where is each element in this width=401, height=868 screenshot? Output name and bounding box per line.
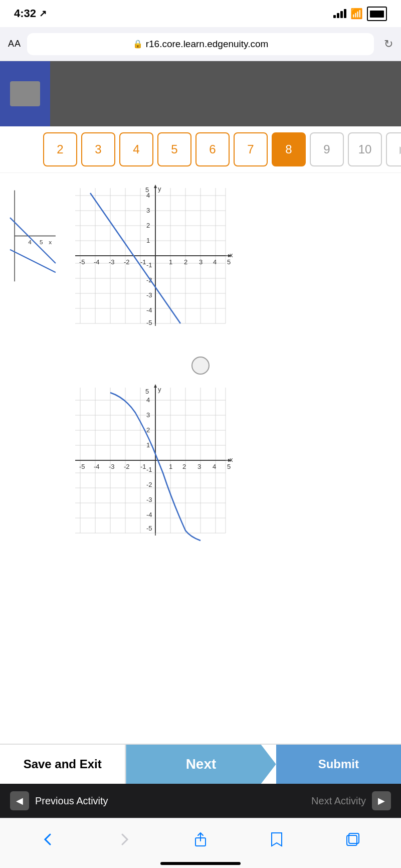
page-btn-9[interactable]: 9	[310, 132, 344, 166]
svg-text:x: x	[230, 456, 233, 463]
battery-icon	[367, 7, 387, 21]
content-area: 4 5 x	[0, 173, 401, 543]
svg-line-54	[90, 193, 180, 323]
svg-line-3	[10, 250, 56, 272]
svg-text:-5: -5	[79, 258, 85, 266]
save-exit-button[interactable]: Save and Exit	[0, 745, 126, 784]
activity-nav: ◀ Previous Activity Next Activity ▶	[0, 784, 401, 818]
browser-tabs-button[interactable]	[338, 824, 368, 854]
svg-text:4: 4	[213, 258, 217, 266]
page-btn-5[interactable]: 5	[157, 132, 191, 166]
main-graph-2: -5 -4 -3 -2 -1 1 2 3 4 5 x 1 2 3 4 5 -1 …	[70, 383, 391, 543]
reload-icon[interactable]: ↻	[384, 38, 393, 51]
svg-marker-79	[154, 384, 157, 388]
svg-text:2: 2	[146, 426, 150, 434]
browser-bookmarks-button[interactable]	[262, 824, 292, 854]
svg-text:-3: -3	[109, 258, 115, 266]
wifi-icon: 📶	[350, 8, 363, 20]
svg-text:3: 3	[199, 258, 203, 266]
svg-text:3: 3	[146, 207, 150, 214]
home-indicator	[160, 862, 241, 865]
svg-text:1: 1	[146, 237, 150, 244]
next-activity-label: Next Activity	[311, 795, 366, 807]
svg-text:-1: -1	[140, 258, 146, 266]
svg-text:-4: -4	[94, 463, 100, 470]
browser-bar: AA 🔒 r16.core.learn.edgenuity.com ↻	[0, 27, 401, 61]
browser-bottom-nav	[0, 818, 401, 868]
pagination-row: 1 2 3 4 5 6 7 8 9 10 ▶	[0, 126, 401, 173]
small-graph-left: 4 5 x	[10, 183, 60, 293]
svg-text:-1: -1	[140, 463, 146, 470]
page-btn-6[interactable]: 6	[195, 132, 230, 166]
previous-activity-nav[interactable]: ◀ Previous Activity	[10, 791, 108, 810]
svg-text:-1: -1	[146, 466, 152, 473]
svg-text:-4: -4	[94, 258, 100, 266]
svg-text:y: y	[158, 386, 161, 393]
radio-circle-1[interactable]	[191, 357, 210, 375]
header-content	[50, 61, 401, 126]
prev-icon: ◀	[16, 795, 23, 806]
main-graph-1: -5 -4 -3 -2 -1 1 2 3 4 5 x 1 2 3 4 5 -1 …	[70, 183, 391, 343]
next-icon: ▶	[378, 795, 385, 806]
page-btn-10[interactable]: 10	[348, 132, 382, 166]
svg-text:-3: -3	[146, 496, 152, 503]
url-text: r16.core.learn.edgenuity.com	[146, 39, 269, 50]
app-header	[0, 61, 401, 126]
svg-text:4: 4	[213, 463, 216, 470]
browser-share-button[interactable]	[185, 824, 216, 854]
svg-marker-31	[154, 185, 157, 188]
page-btn-7[interactable]: 7	[234, 132, 268, 166]
svg-text:2: 2	[146, 222, 150, 229]
radio-option-1[interactable]	[10, 349, 391, 383]
svg-text:x: x	[230, 251, 233, 259]
svg-text:1: 1	[169, 258, 172, 266]
browser-back-button[interactable]	[33, 824, 63, 854]
svg-text:5: 5	[145, 388, 149, 395]
svg-text:-2: -2	[146, 481, 152, 488]
svg-text:5: 5	[145, 186, 149, 194]
location-arrow: ↗	[39, 8, 47, 19]
svg-text:-5: -5	[79, 463, 85, 470]
svg-text:2: 2	[182, 463, 186, 470]
previous-activity-arrow[interactable]: ◀	[10, 791, 29, 810]
next-button[interactable]: Next	[126, 745, 276, 784]
graph-section-1: 4 5 x	[10, 183, 391, 343]
svg-text:3: 3	[197, 463, 201, 470]
next-activity-nav[interactable]: Next Activity ▶	[311, 791, 391, 810]
aa-button[interactable]: AA	[8, 39, 21, 49]
signal-bars	[333, 9, 346, 18]
page-btn-2[interactable]: 2	[43, 132, 77, 166]
page-next-arrow[interactable]: ▶	[386, 132, 401, 166]
svg-text:5: 5	[40, 239, 43, 246]
lock-icon: 🔒	[133, 39, 143, 49]
svg-text:1: 1	[146, 441, 150, 449]
svg-text:5: 5	[227, 463, 231, 470]
page-btn-8[interactable]: 8	[272, 132, 306, 166]
svg-text:4: 4	[28, 239, 32, 246]
page-btn-4[interactable]: 4	[119, 132, 153, 166]
svg-text:3: 3	[146, 411, 150, 419]
logo-area	[0, 61, 50, 126]
submit-button[interactable]: Submit	[276, 745, 401, 784]
svg-text:-2: -2	[124, 463, 130, 470]
svg-text:y: y	[158, 185, 161, 193]
svg-text:-3: -3	[146, 291, 152, 299]
next-activity-arrow[interactable]: ▶	[372, 791, 391, 810]
svg-text:-5: -5	[146, 525, 152, 532]
svg-text:1: 1	[169, 463, 172, 470]
page-btn-3[interactable]: 3	[81, 132, 115, 166]
status-bar: 4:32 ↗ 📶	[0, 0, 401, 27]
status-icons: 📶	[333, 7, 387, 21]
svg-text:-1: -1	[146, 261, 152, 269]
logo-image	[10, 81, 40, 106]
browser-forward-button[interactable]	[109, 824, 139, 854]
status-time: 4:32 ↗	[14, 7, 47, 20]
url-bar[interactable]: 🔒 r16.core.learn.edgenuity.com	[27, 33, 374, 55]
time-display: 4:32	[14, 7, 36, 20]
svg-text:-4: -4	[146, 306, 152, 314]
svg-text:5: 5	[227, 258, 231, 266]
svg-text:x: x	[49, 239, 52, 246]
svg-text:-4: -4	[146, 511, 152, 518]
svg-text:-2: -2	[124, 258, 130, 266]
svg-text:-3: -3	[109, 463, 115, 470]
